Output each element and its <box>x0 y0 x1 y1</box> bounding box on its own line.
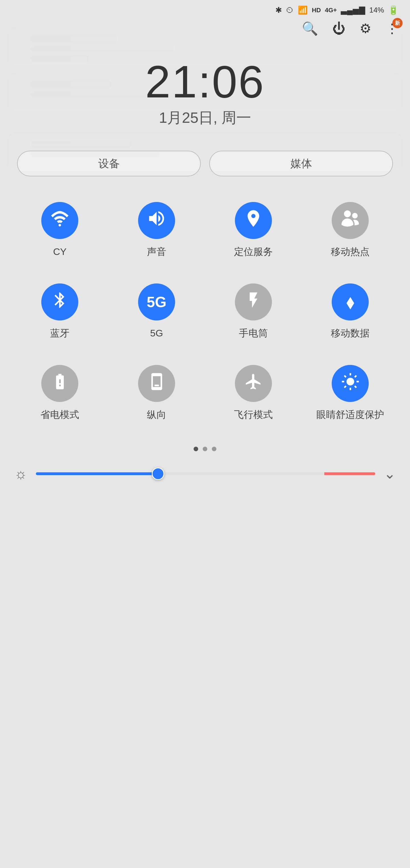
more-button[interactable]: ⋮ 新 <box>385 21 399 36</box>
settings-button[interactable]: ⚙ <box>359 21 371 36</box>
location-toggle-circle <box>235 202 272 239</box>
4g-icon: 4G+ <box>325 6 337 14</box>
power-button[interactable]: ⏻ <box>332 21 345 36</box>
toggle-row-1: CY 声音 定位服务 <box>0 193 410 269</box>
brightness-icon: ☼ <box>14 465 27 482</box>
eyecomfort-toggle[interactable]: 眼睛舒适度保护 <box>302 356 399 432</box>
mobiledata-toggle-icon <box>341 291 359 313</box>
page-dot-2 <box>203 447 207 451</box>
toggle-row-2: 蓝牙 5G 5G 手电筒 <box>0 275 410 351</box>
airplane-toggle-label: 飞行模式 <box>234 408 273 421</box>
eyecomfort-toggle-circle <box>332 365 369 402</box>
wifi-toggle-label: CY <box>53 245 66 258</box>
alarm-icon: ⏲ <box>286 5 294 15</box>
search-button[interactable]: 🔍 <box>302 21 318 36</box>
bluetooth-toggle-circle <box>41 283 78 320</box>
5g-toggle-circle: 5G <box>138 283 175 320</box>
location-toggle-icon <box>244 209 263 232</box>
mobiledata-toggle-circle <box>332 283 369 320</box>
brightness-expand-button[interactable]: ⌄ <box>384 465 396 482</box>
page-dot-3 <box>212 447 216 451</box>
portrait-toggle-icon <box>148 372 166 395</box>
flashlight-toggle-circle <box>235 283 272 320</box>
powersave-toggle-icon <box>51 372 69 395</box>
quick-actions-bar: 🔍 ⏻ ⚙ ⋮ 新 <box>0 18 410 42</box>
portrait-toggle-label: 纵向 <box>147 408 166 421</box>
5g-toggle[interactable]: 5G 5G <box>108 275 205 351</box>
svg-point-2 <box>346 378 354 385</box>
tab-buttons-row: 设备 媒体 <box>0 134 410 188</box>
device-tab[interactable]: 设备 <box>17 151 201 176</box>
hotspot-toggle-circle <box>332 202 369 239</box>
hotspot-toggle-icon <box>340 209 360 232</box>
hotspot-toggle-label: 移动热点 <box>331 245 370 258</box>
eyecomfort-toggle-label: 眼睛舒适度保护 <box>316 408 384 421</box>
battery-percentage: 14% <box>369 6 384 14</box>
brightness-slider[interactable] <box>36 472 375 475</box>
flashlight-toggle-icon <box>244 291 263 313</box>
clock-date: 1月25日, 周一 <box>0 108 410 128</box>
portrait-toggle-circle <box>138 365 175 402</box>
5g-toggle-icon: 5G <box>147 293 166 311</box>
toggle-row-3: 省电模式 纵向 飞行模式 <box>0 356 410 432</box>
sound-toggle[interactable]: 声音 <box>108 193 205 269</box>
sound-toggle-icon <box>147 209 166 232</box>
brightness-row: ☼ ⌄ <box>0 460 410 491</box>
mobiledata-toggle[interactable]: 移动数据 <box>302 275 399 351</box>
status-bar: ✱ ⏲ 📶 HD 4G+ ▃▄▅▇ 14% 🔋 <box>0 0 410 18</box>
media-tab[interactable]: 媒体 <box>209 151 393 176</box>
battery-icon: 🔋 <box>388 5 399 15</box>
sound-toggle-circle <box>138 202 175 239</box>
eyecomfort-toggle-icon <box>341 372 359 395</box>
location-toggle-label: 定位服务 <box>234 245 273 258</box>
svg-rect-1 <box>154 384 159 386</box>
signal-icon: ▃▄▅▇ <box>341 5 365 15</box>
clock-time: 21:06 <box>0 59 410 104</box>
svg-point-0 <box>59 224 61 226</box>
airplane-toggle-circle <box>235 365 272 402</box>
wifi-toggle-icon <box>50 209 70 232</box>
page-indicator <box>0 432 410 460</box>
page-dot-1 <box>194 447 198 451</box>
5g-toggle-label: 5G <box>150 327 163 339</box>
flashlight-toggle-label: 手电筒 <box>239 327 268 339</box>
airplane-toggle[interactable]: 飞行模式 <box>205 356 302 432</box>
hd-icon: HD <box>312 6 321 14</box>
slider-thumb[interactable] <box>152 467 164 480</box>
powersave-toggle-circle <box>41 365 78 402</box>
mobiledata-toggle-label: 移动数据 <box>331 327 370 339</box>
flashlight-toggle[interactable]: 手电筒 <box>205 275 302 351</box>
location-toggle[interactable]: 定位服务 <box>205 193 302 269</box>
bluetooth-toggle-label: 蓝牙 <box>50 327 69 339</box>
quick-settings-panel: ✱ ⏲ 📶 HD 4G+ ▃▄▅▇ 14% 🔋 🔍 ⏻ ⚙ ⋮ 新 21:06 … <box>0 0 410 868</box>
status-icons: ✱ ⏲ 📶 HD 4G+ ▃▄▅▇ 14% 🔋 <box>275 5 399 15</box>
bluetooth-status-icon: ✱ <box>275 5 282 15</box>
powersave-toggle-label: 省电模式 <box>40 408 79 421</box>
slider-track <box>36 472 375 475</box>
sound-toggle-label: 声音 <box>147 245 166 258</box>
new-badge: 新 <box>392 18 403 28</box>
bluetooth-toggle[interactable]: 蓝牙 <box>11 275 108 351</box>
wifi-toggle[interactable]: CY <box>11 193 108 269</box>
portrait-toggle[interactable]: 纵向 <box>108 356 205 432</box>
wifi-toggle-circle <box>41 202 78 239</box>
time-section: 21:06 1月25日, 周一 <box>0 42 410 134</box>
wifi-status-icon: 📶 <box>298 5 308 15</box>
hotspot-toggle[interactable]: 移动热点 <box>302 193 399 269</box>
powersave-toggle[interactable]: 省电模式 <box>11 356 108 432</box>
bluetooth-toggle-icon <box>51 291 69 313</box>
airplane-toggle-icon <box>244 372 263 395</box>
